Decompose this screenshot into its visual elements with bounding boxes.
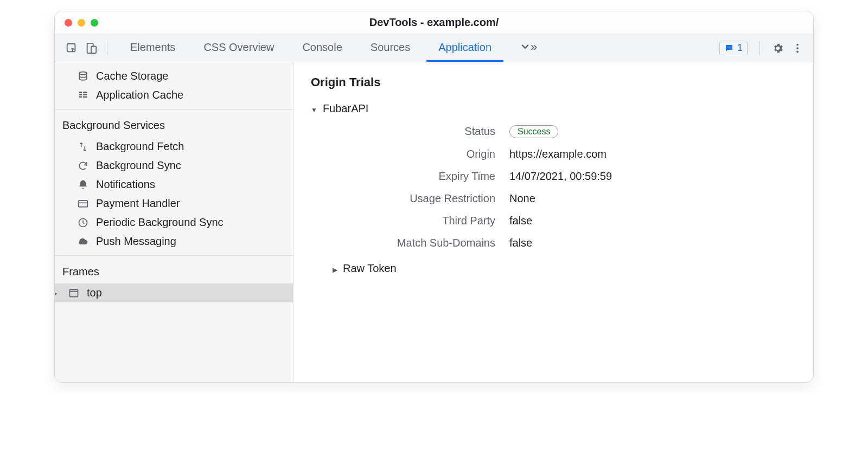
triangle-right-icon <box>333 262 337 275</box>
triangle-down-icon <box>311 102 317 115</box>
sidebar-item-cache-storage[interactable]: Cache Storage <box>55 67 293 86</box>
label-match-subdomains: Match Sub-Domains <box>333 237 495 249</box>
sidebar-item-application-cache[interactable]: Application Cache <box>55 86 293 105</box>
sidebar-group-frames: Frames ▶ top <box>55 256 293 307</box>
svg-rect-7 <box>79 92 82 93</box>
devtools-toolbar: Elements CSS Overview Console Sources Ap… <box>55 34 813 62</box>
message-icon <box>724 43 734 53</box>
more-menu-icon[interactable] <box>792 42 803 54</box>
tab-sources[interactable]: Sources <box>359 34 422 62</box>
svg-rect-8 <box>79 94 82 95</box>
sidebar-item-label: Periodic Background Sync <box>96 216 224 229</box>
fetch-icon <box>76 141 90 152</box>
sidebar-item-label: Application Cache <box>96 89 183 101</box>
sidebar-item-periodic-sync[interactable]: Periodic Background Sync <box>55 213 293 232</box>
window-controls <box>65 19 98 27</box>
window-icon <box>67 288 80 299</box>
clock-icon <box>76 217 90 228</box>
svg-rect-12 <box>83 96 87 98</box>
raw-token-label: Raw Token <box>343 262 397 275</box>
svg-rect-9 <box>79 96 82 98</box>
svg-rect-13 <box>79 201 88 207</box>
grid-icon <box>76 90 90 101</box>
tab-elements[interactable]: Elements <box>118 34 187 62</box>
svg-point-6 <box>79 72 86 74</box>
svg-rect-10 <box>83 92 87 93</box>
sidebar-item-label: Notifications <box>96 178 155 191</box>
value-expiry: 14/07/2021, 00:59:59 <box>509 170 796 183</box>
content-heading: Origin Trials <box>311 75 796 89</box>
sidebar-item-label: Background Fetch <box>96 140 184 153</box>
titlebar: DevTools - example.com/ <box>55 11 813 34</box>
sidebar-item-background-fetch[interactable]: Background Fetch <box>55 137 293 156</box>
sidebar-item-payment-handler[interactable]: Payment Handler <box>55 194 293 213</box>
tab-application[interactable]: Application <box>426 34 503 62</box>
svg-point-5 <box>796 50 799 53</box>
svg-rect-11 <box>83 94 87 95</box>
sidebar-item-push-messaging[interactable]: Push Messaging <box>55 232 293 251</box>
svg-point-3 <box>796 43 799 46</box>
svg-rect-2 <box>91 46 96 53</box>
svg-rect-0 <box>67 43 75 51</box>
sidebar-item-notifications[interactable]: Notifications <box>55 175 293 194</box>
origin-trial-details: Status Success Origin https://example.co… <box>333 125 796 249</box>
database-icon <box>76 71 90 82</box>
svg-rect-16 <box>70 289 78 296</box>
label-expiry: Expiry Time <box>333 170 495 183</box>
value-third-party: false <box>509 215 796 227</box>
label-usage-restriction: Usage Restriction <box>333 192 495 205</box>
application-sidebar: Cache Storage Application Cache Backgrou… <box>55 62 293 382</box>
label-origin: Origin <box>333 148 495 160</box>
inspect-element-icon[interactable] <box>66 42 78 54</box>
devtools-tabs: Elements CSS Overview Console Sources Ap… <box>118 34 549 62</box>
devtools-window: DevTools - example.com/ Elements CSS Ove… <box>54 11 814 383</box>
svg-point-4 <box>796 47 799 49</box>
toolbar-separator <box>760 41 760 55</box>
bell-icon <box>76 179 90 190</box>
tab-css-overview[interactable]: CSS Overview <box>192 34 286 62</box>
sidebar-item-label: Cache Storage <box>96 70 168 82</box>
maximize-window-button[interactable] <box>91 19 98 27</box>
raw-token-node[interactable]: Raw Token <box>333 262 796 275</box>
tab-console[interactable]: Console <box>290 34 354 62</box>
sidebar-item-frame-top[interactable]: ▶ top <box>55 283 293 302</box>
sidebar-group-header: Background Services <box>55 114 293 137</box>
close-window-button[interactable] <box>65 19 72 27</box>
sidebar-item-label: Payment Handler <box>96 197 180 210</box>
label-status: Status <box>333 125 495 138</box>
value-status: Success <box>509 125 796 138</box>
window-title: DevTools - example.com/ <box>369 16 499 29</box>
settings-gear-icon[interactable] <box>772 42 784 54</box>
sync-icon <box>76 160 90 171</box>
origin-trial-node[interactable]: FubarAPI <box>311 102 796 115</box>
toolbar-separator <box>107 41 107 55</box>
value-origin: https://example.com <box>509 148 796 160</box>
sidebar-item-label: Push Messaging <box>96 235 176 248</box>
cloud-icon <box>76 236 90 247</box>
origin-trial-name: FubarAPI <box>323 102 368 115</box>
value-match-subdomains: false <box>509 237 796 249</box>
sidebar-group-background-services: Background Services Background Fetch Bac… <box>55 109 293 256</box>
issues-count: 1 <box>737 42 743 54</box>
sidebar-item-label: top <box>87 287 102 299</box>
content-pane: Origin Trials FubarAPI Status Success Or… <box>293 62 813 382</box>
sidebar-item-background-sync[interactable]: Background Sync <box>55 156 293 175</box>
sidebar-item-label: Background Sync <box>96 159 181 172</box>
value-usage-restriction: None <box>509 192 796 205</box>
tabs-overflow-icon[interactable]: » <box>508 34 549 62</box>
expand-triangle-icon[interactable]: ▶ <box>55 289 58 298</box>
device-toolbar-icon[interactable] <box>85 42 97 54</box>
status-badge: Success <box>509 125 558 138</box>
main-area: Cache Storage Application Cache Backgrou… <box>55 62 813 382</box>
label-third-party: Third Party <box>333 215 495 227</box>
minimize-window-button[interactable] <box>78 19 85 27</box>
sidebar-group-cache: Cache Storage Application Cache <box>55 62 293 109</box>
issues-badge[interactable]: 1 <box>719 41 748 55</box>
card-icon <box>76 198 90 209</box>
sidebar-group-header: Frames <box>55 260 293 283</box>
